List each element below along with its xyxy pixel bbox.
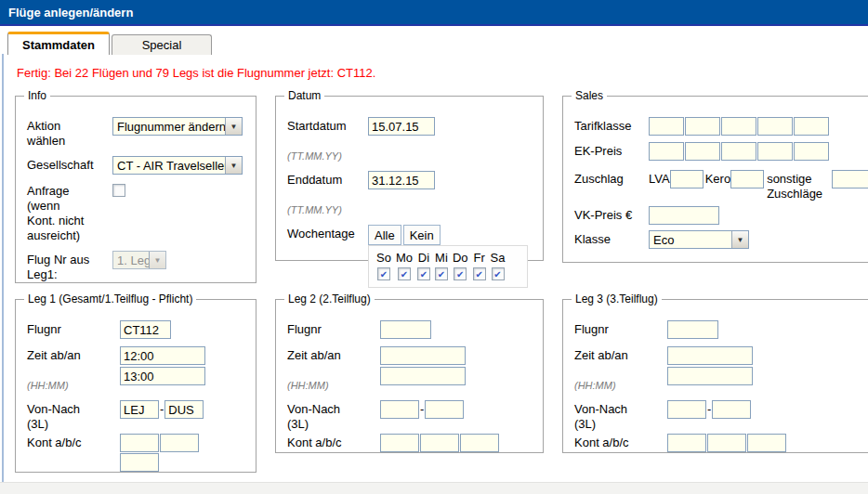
tarifklasse-input-1[interactable] (649, 117, 684, 136)
klasse-row: Klasse Eco ▼ (574, 230, 868, 249)
dropdown-arrow-icon[interactable]: ▼ (225, 118, 242, 135)
zuschlag-controls: LVA Kero sonstige Zuschläge (649, 170, 868, 202)
leg3-zeit-ab-input[interactable] (667, 346, 753, 365)
tarifklasse-input-4[interactable] (757, 117, 793, 136)
leg3-zeit-an-input[interactable] (667, 367, 753, 385)
tarifklasse-input-2[interactable] (685, 117, 720, 136)
kein-button[interactable]: Kein (403, 225, 441, 245)
leg2-kont-c-input[interactable] (460, 434, 499, 452)
weekday-do-label: Do (453, 251, 468, 265)
leg2-fieldset: Leg 2 (2.Teilflug) Flugnr Zeit ab/an (HH… (275, 299, 544, 453)
leg1-nach-input[interactable] (164, 400, 204, 419)
vk-preis-input[interactable] (649, 206, 719, 225)
kero-input[interactable] (730, 170, 764, 188)
leg2-zeit-ab-input[interactable] (380, 346, 466, 365)
leg1-von-input[interactable] (120, 400, 159, 419)
page-title: Flüge anlegen/ändern (8, 6, 133, 20)
sonstige-zuschlaege-label: sonstige Zuschläge (767, 170, 824, 202)
tarifklasse-input-3[interactable] (721, 117, 756, 136)
leg3-zeit-label: Zeit ab/an (HH:MM) (574, 346, 667, 393)
klasse-select-value: Eco (650, 231, 731, 248)
info-legend: Info (24, 88, 50, 103)
leg2-zeit-an-input[interactable] (380, 367, 466, 385)
content-left-border (2, 54, 4, 482)
weekday-panel: So ✔ Mo ✔ Di ✔ Mi ✔ Do ✔ (368, 245, 528, 288)
leg3-kont-a-input[interactable] (667, 434, 706, 452)
leg1-flugnr-label: Flugnr (27, 320, 120, 337)
ek-preis-row: EK-Preis (574, 142, 868, 161)
startdatum-row: Startdatum (TT.MM.YY) (287, 117, 535, 163)
leg2-von-nach-row: Von-Nach (3L) - (287, 400, 535, 432)
weekday-fr: Fr ✔ (473, 251, 486, 280)
leg3-von-input[interactable] (667, 400, 706, 419)
weekday-fr-checkbox[interactable]: ✔ (473, 267, 486, 280)
weekday-do-checkbox[interactable]: ✔ (454, 267, 467, 280)
leg1-kont-b-input[interactable] (160, 434, 199, 452)
aktion-select[interactable]: Flugnummer ändern ▼ (112, 117, 243, 136)
ek-preis-input-1[interactable] (649, 142, 684, 161)
leg3-fieldset: Leg 3 (3.Teilflug) Flugnr Zeit ab/an (HH… (562, 299, 868, 453)
anfrage-checkbox[interactable] (112, 184, 125, 197)
leg3-zeit-inputs (667, 346, 753, 385)
sonstige-zuschlaege-input[interactable] (832, 170, 868, 188)
leg1-kont-label: Kont a/b/c (27, 434, 120, 450)
gesellschaft-select[interactable]: CT - AIR Travelseller ▼ (112, 156, 243, 175)
leg2-nach-input[interactable] (425, 400, 464, 419)
ek-preis-input-4[interactable] (757, 142, 793, 161)
leg1-zeit-an-input[interactable] (120, 367, 205, 385)
leg1-kont-a-input[interactable] (120, 434, 159, 452)
tab-stammdaten[interactable]: Stammdaten (7, 32, 110, 55)
weekday-sa-checkbox[interactable]: ✔ (492, 267, 505, 280)
leg2-kont-a-input[interactable] (380, 434, 419, 452)
enddatum-input[interactable] (368, 171, 435, 189)
tab-special[interactable]: Special (112, 34, 212, 55)
dropdown-arrow-icon[interactable]: ▼ (225, 157, 242, 174)
tab-bar: Stammdaten Special (7, 32, 212, 55)
wochentage-label: Wochentage (287, 225, 368, 241)
leg3-kont-row: Kont a/b/c (574, 434, 868, 452)
aktion-row: Aktion wählen Flugnummer ändern ▼ (27, 117, 248, 149)
klasse-select[interactable]: Eco ▼ (649, 230, 749, 249)
leg3-zeit-row: Zeit ab/an (HH:MM) (574, 346, 868, 393)
leg2-flugnr-input[interactable] (380, 320, 431, 339)
leg2-von-input[interactable] (380, 400, 419, 419)
leg3-nach-input[interactable] (712, 400, 751, 419)
leg3-kont-b-input[interactable] (707, 434, 746, 452)
leg2-flugnr-label: Flugnr (287, 320, 380, 337)
weekday-di-checkbox[interactable]: ✔ (417, 267, 430, 280)
alle-button[interactable]: Alle (368, 225, 401, 245)
leg3-flugnr-input[interactable] (667, 320, 718, 339)
aktion-label: Aktion wählen (27, 117, 112, 149)
enddatum-format-hint: (TT.MM.YY) (287, 204, 342, 215)
weekday-mi: Mi ✔ (435, 251, 448, 280)
ek-preis-input-2[interactable] (685, 142, 720, 161)
weekday-mo-label: Mo (396, 251, 413, 265)
leg2-kont-b-input[interactable] (420, 434, 459, 452)
leg1-zeit-ab-input[interactable] (120, 346, 205, 365)
startdatum-input[interactable] (368, 117, 435, 136)
kero-label: Kero (705, 170, 730, 187)
window-title-bar: Flüge anlegen/ändern (0, 0, 868, 26)
leg1-zeit-format-hint: (HH:MM) (27, 380, 69, 391)
wochentage-row: Wochentage Alle Kein (287, 225, 535, 245)
leg1-flugnr-input[interactable] (120, 320, 171, 339)
sales-fieldset: Sales Tarifklasse EK-Preis (562, 96, 868, 263)
tab-special-label: Special (142, 38, 182, 52)
leg2-flugnr-row: Flugnr (287, 320, 535, 339)
weekday-mo-checkbox[interactable]: ✔ (398, 267, 411, 280)
datum-legend: Datum (284, 88, 324, 103)
leg3-kont-inputs (667, 434, 786, 452)
dropdown-arrow-icon[interactable]: ▼ (731, 231, 748, 248)
leg1-fieldset: Leg 1 (Gesamt/1.Teilflug - Pflicht) Flug… (15, 299, 256, 473)
ek-preis-input-3[interactable] (721, 142, 756, 161)
leg3-legend: Leg 3 (3.Teilflug) (572, 292, 662, 306)
gesellschaft-label: Gesellschaft (27, 156, 112, 173)
weekday-mi-checkbox[interactable]: ✔ (435, 267, 448, 280)
leg3-kont-c-input[interactable] (747, 434, 786, 452)
tarifklasse-input-5[interactable] (794, 117, 829, 136)
lva-input[interactable] (670, 170, 704, 188)
ek-preis-input-5[interactable] (794, 142, 829, 161)
weekday-so-checkbox[interactable]: ✔ (377, 267, 390, 280)
leg1-kont-c-input[interactable] (120, 453, 159, 472)
ek-preis-label: EK-Preis (574, 142, 649, 159)
